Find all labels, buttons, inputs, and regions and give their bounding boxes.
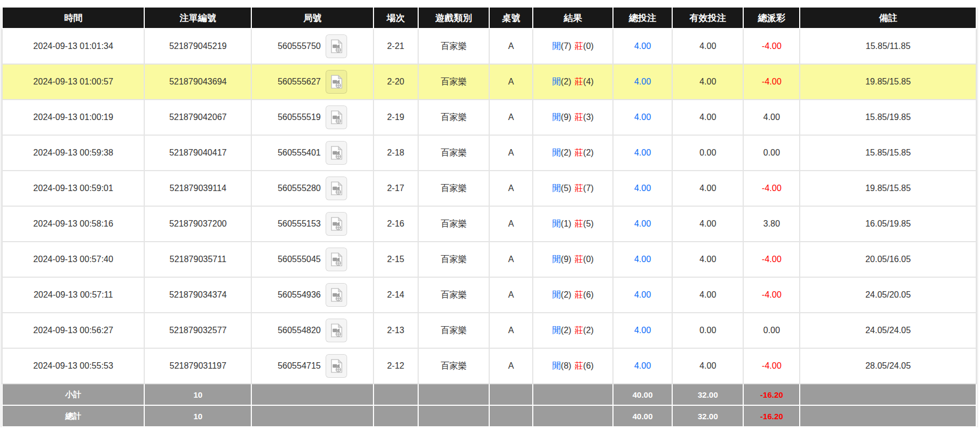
table-no: A	[508, 148, 514, 157]
table-no-cell: A	[489, 242, 533, 277]
video-replay-button[interactable]	[326, 177, 347, 200]
table-row[interactable]: 2024-09-13 00:57:11 521879034374 5605549…	[2, 277, 976, 313]
session: 2-12	[387, 361, 404, 370]
time-cell: 2024-09-13 00:57:11	[2, 277, 144, 313]
game-type-cell: 百家樂	[418, 313, 489, 348]
video-replay-button[interactable]	[326, 283, 347, 307]
table-row[interactable]: 2024-09-13 00:56:27 521879032577 5605548…	[2, 313, 976, 348]
video-clip-icon	[330, 252, 342, 266]
header-row: 時間 注單編號 局號 場次 遊戲類別 桌號 結果 總投注 有效投注 總派彩 備註	[2, 7, 976, 29]
banker-score: (4)	[583, 77, 594, 86]
table-row[interactable]: 2024-09-13 01:00:19 521879042067 5605555…	[2, 100, 976, 135]
time-cell: 2024-09-13 00:56:27	[2, 313, 144, 348]
video-replay-button[interactable]	[326, 105, 347, 129]
game-type: 百家樂	[441, 77, 467, 86]
total-bet-link[interactable]: 4.00	[634, 112, 651, 122]
game-type-cell: 百家樂	[418, 171, 489, 206]
round-id-cell: 560554715	[251, 348, 373, 384]
video-clip-icon	[330, 39, 342, 53]
table-row[interactable]: 2024-09-13 00:55:53 521879031197 5605547…	[2, 348, 976, 384]
video-replay-button[interactable]	[326, 212, 347, 236]
table-no-cell: A	[489, 135, 533, 171]
subtotal-count: 10	[144, 384, 251, 405]
footer-empty-cell	[251, 384, 373, 405]
valid-bet: 4.00	[700, 41, 716, 51]
remark-cell: 15.85/15.85	[800, 135, 976, 171]
bet-id-cell: 521879043694	[144, 64, 251, 100]
remark: 19.85/15.85	[865, 184, 911, 193]
remark-cell: 19.85/15.85	[800, 64, 976, 100]
total-bet-cell: 4.00	[613, 100, 672, 135]
video-replay-button[interactable]	[326, 34, 347, 58]
banker-result-label: 莊	[575, 219, 583, 228]
total-bet-link[interactable]: 4.00	[634, 290, 651, 299]
table-row[interactable]: 2024-09-13 00:58:16 521879037200 5605551…	[2, 206, 976, 242]
column-header-session: 場次	[373, 7, 418, 29]
banker-result-label: 莊	[575, 361, 583, 370]
video-clip-icon	[330, 146, 342, 160]
bet-time: 2024-09-13 00:55:53	[33, 361, 114, 370]
time-cell: 2024-09-13 00:58:16	[2, 206, 144, 242]
round-id-cell: 560555045	[251, 242, 373, 277]
remark-cell: 15.85/11.85	[800, 29, 976, 64]
remark: 24.05/24.05	[865, 326, 911, 335]
bet-history-table: 時間 注單編號 局號 場次 遊戲類別 桌號 結果 總投注 有效投注 總派彩 備註…	[2, 6, 977, 427]
total-bet-link[interactable]: 4.00	[634, 41, 651, 51]
video-replay-button[interactable]	[326, 354, 347, 378]
video-clip-icon	[330, 288, 342, 302]
total-payout-cell: 0.00	[743, 313, 800, 348]
remark-cell: 24.05/24.05	[800, 313, 976, 348]
valid-bet-cell: 4.00	[672, 348, 743, 384]
table-row[interactable]: 2024-09-13 00:59:01 521879039114 5605552…	[2, 171, 976, 206]
player-result-label: 閒	[552, 148, 561, 157]
bet-id-cell: 521879045219	[144, 29, 251, 64]
total-bet-link[interactable]: 4.00	[634, 255, 651, 264]
round-id: 560554936	[278, 290, 321, 300]
video-clip-icon	[330, 181, 342, 195]
total-bet-link[interactable]: 4.00	[634, 326, 651, 335]
banker-result-label: 莊	[575, 184, 583, 193]
bet-id: 521879037200	[169, 219, 227, 228]
session-cell: 2-14	[373, 277, 418, 313]
video-replay-button[interactable]	[326, 248, 347, 271]
table-no: A	[508, 41, 514, 51]
total-bet-link[interactable]: 4.00	[634, 148, 651, 157]
video-replay-button[interactable]	[326, 70, 347, 94]
table-row[interactable]: 2024-09-13 01:00:57 521879043694 5605556…	[2, 64, 976, 100]
video-replay-button[interactable]	[326, 319, 347, 342]
time-cell: 2024-09-13 00:55:53	[2, 348, 144, 384]
total-bet-link[interactable]: 4.00	[634, 77, 651, 86]
video-replay-button[interactable]	[326, 141, 347, 165]
remark: 16.05/19.85	[865, 219, 911, 228]
player-score: (2)	[561, 290, 572, 299]
banker-result-label: 莊	[575, 41, 583, 51]
column-header-round-id: 局號	[251, 7, 373, 29]
total-bet-link[interactable]: 4.00	[634, 219, 651, 228]
bet-time: 2024-09-13 00:57:11	[33, 290, 112, 299]
grand-total-count: 10	[144, 405, 251, 427]
table-no: A	[508, 326, 514, 335]
table-no-cell: A	[489, 29, 533, 64]
column-header-remark: 備註	[800, 7, 976, 29]
banker-score: (5)	[583, 219, 594, 228]
remark: 15.85/11.85	[865, 41, 910, 51]
remark: 28.05/24.05	[865, 361, 911, 370]
table-row[interactable]: 2024-09-13 00:59:38 521879040417 5605554…	[2, 135, 976, 171]
session-cell: 2-20	[373, 64, 418, 100]
banker-result-label: 莊	[575, 326, 583, 335]
round-id-cell: 560555519	[251, 100, 373, 135]
round-id: 560555519	[278, 112, 321, 122]
total-bet-link[interactable]: 4.00	[634, 184, 651, 193]
player-result-label: 閒	[552, 255, 561, 264]
bet-time: 2024-09-13 00:57:40	[33, 255, 114, 264]
table-row[interactable]: 2024-09-13 01:01:34 521879045219 5605557…	[2, 29, 976, 64]
table-no-cell: A	[489, 100, 533, 135]
session-cell: 2-17	[373, 171, 418, 206]
table-row[interactable]: 2024-09-13 00:57:40 521879035711 5605550…	[2, 242, 976, 277]
total-bet-link[interactable]: 4.00	[634, 361, 651, 370]
valid-bet: 0.00	[700, 326, 716, 335]
bet-id-cell: 521879040417	[144, 135, 251, 171]
valid-bet: 4.00	[700, 361, 716, 370]
subtotal-total-bet: 40.00	[613, 384, 672, 405]
player-score: (9)	[561, 112, 572, 122]
